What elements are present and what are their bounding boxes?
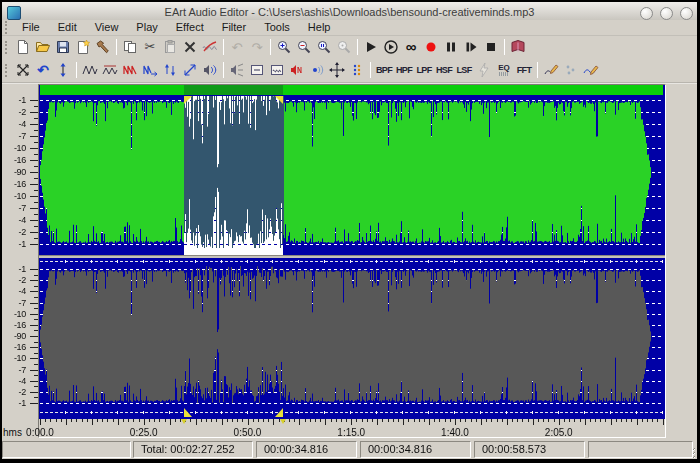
box-minus-button[interactable] — [247, 60, 267, 80]
help-book-button[interactable] — [508, 37, 528, 57]
tools-hammer-button[interactable] — [93, 37, 113, 57]
undo-button[interactable]: ↶ — [227, 37, 247, 57]
ruler-time-label: 0:00.0 — [16, 427, 64, 438]
save-file-button[interactable] — [53, 37, 73, 57]
play-pause-button[interactable] — [461, 37, 481, 57]
title-bar[interactable]: EArt Audio Editor - C:\Users\ashis\Downl… — [2, 2, 697, 20]
toolbar-separator — [537, 62, 538, 78]
undo-blue-button[interactable]: ↶ — [33, 60, 53, 80]
minimize-button[interactable] — [640, 7, 653, 20]
record-button[interactable] — [421, 37, 441, 57]
ruler-time-label: 0:50.0 — [224, 427, 272, 438]
move-arrows-button[interactable] — [13, 60, 33, 80]
bpf-filter-button[interactable]: BPF — [374, 60, 394, 80]
menu-edit[interactable]: Edit — [49, 20, 86, 35]
db-scale-label: -10 — [2, 143, 26, 153]
db-scale-label: -90 — [2, 167, 26, 177]
overview-bar[interactable] — [40, 85, 663, 95]
db-scale-label: -2 — [2, 227, 26, 237]
selection-marker-start-ruler[interactable] — [181, 419, 187, 424]
toolbar-separator — [223, 62, 224, 78]
db-scale-label: -1 — [2, 398, 26, 408]
speaker-chorus-button[interactable] — [200, 60, 220, 80]
toolbar-separator — [270, 39, 271, 55]
play-button[interactable] — [361, 37, 381, 57]
pause-button[interactable] — [441, 37, 461, 57]
maximize-button[interactable] — [660, 7, 673, 20]
selection-marker-end-ruler[interactable] — [280, 419, 286, 424]
stop-button[interactable] — [481, 37, 501, 57]
wave-arrow-button[interactable] — [140, 60, 160, 80]
lpf-filter-button[interactable]: LPF — [414, 60, 434, 80]
ruler-time-label: 0:25.0 — [120, 427, 168, 438]
wave-envelope-button[interactable] — [100, 60, 120, 80]
zoom-selection-button[interactable] — [314, 37, 334, 57]
menu-play[interactable]: Play — [127, 20, 166, 35]
toolbar-separator — [76, 62, 77, 78]
center-marker-button[interactable] — [53, 60, 73, 80]
menu-filter[interactable]: Filter — [213, 20, 255, 35]
menu-help[interactable]: Help — [299, 20, 340, 35]
waveform-right-channel[interactable] — [40, 265, 663, 407]
loop-infinite-button[interactable]: ∞ — [401, 37, 421, 57]
noise-reduction-button[interactable] — [287, 60, 307, 80]
channel-splitter[interactable] — [39, 255, 665, 258]
sound-effects-button[interactable] — [227, 60, 247, 80]
amplify-red-button[interactable] — [120, 60, 140, 80]
levels-button[interactable] — [347, 60, 367, 80]
toolbar-effects: ↶BPFHPFLPFHSFLSFEQFFT — [2, 58, 697, 82]
db-scale-label: -90 — [2, 331, 26, 341]
draw-wave-2-button[interactable] — [581, 60, 601, 80]
hpf-filter-button[interactable]: HPF — [394, 60, 414, 80]
close-button[interactable] — [680, 7, 693, 20]
menubar-drag-handle[interactable] — [5, 21, 7, 34]
file-properties-button[interactable] — [73, 37, 93, 57]
menu-view[interactable]: View — [86, 20, 128, 35]
wave-noise-button[interactable] — [80, 60, 100, 80]
toolbar-main: ✂↶↷∞ — [2, 36, 697, 58]
db-scale-label: -7 — [2, 203, 26, 213]
copy-button[interactable] — [120, 37, 140, 57]
db-scale-label: -1 — [2, 264, 26, 274]
echo-button[interactable] — [307, 60, 327, 80]
toolbar-effects-drag-handle[interactable] — [5, 64, 7, 77]
ruler-time-label: 1:40.0 — [431, 427, 479, 438]
equalizer-button[interactable]: EQ — [494, 60, 514, 80]
db-scale-label: -10 — [2, 353, 26, 363]
db-scale-label: -4 — [2, 215, 26, 225]
zoom-full-button[interactable] — [334, 37, 354, 57]
flash-button[interactable] — [474, 60, 494, 80]
left-channel-selection-strip — [184, 248, 283, 255]
zoom-in-button[interactable] — [274, 37, 294, 57]
toolbar-separator — [223, 39, 224, 55]
scatter-dots-button[interactable] — [561, 60, 581, 80]
resample-vertical-button[interactable] — [160, 60, 180, 80]
play-loop-button[interactable] — [381, 37, 401, 57]
right-channel-bottom-strip-ticks — [40, 411, 663, 414]
draw-wave-button[interactable] — [541, 60, 561, 80]
redo-button[interactable]: ↷ — [247, 37, 267, 57]
delete-button[interactable] — [180, 37, 200, 57]
new-file-button[interactable] — [13, 37, 33, 57]
trim-silence-button[interactable] — [200, 37, 220, 57]
resample-diagonal-button[interactable] — [180, 60, 200, 80]
toolbar-separator — [504, 39, 505, 55]
box-wave-button[interactable] — [267, 60, 287, 80]
hsf-filter-button[interactable]: HSF — [434, 60, 454, 80]
crosshair-button[interactable] — [327, 60, 347, 80]
status-time-field: 00:00:58.573 — [474, 441, 585, 458]
menu-tools[interactable]: Tools — [255, 20, 299, 35]
menu-file[interactable]: File — [13, 20, 49, 35]
zoom-out-button[interactable] — [294, 37, 314, 57]
paste-button[interactable] — [160, 37, 180, 57]
menu-effect[interactable]: Effect — [167, 20, 213, 35]
db-scale-label: -4 — [2, 286, 26, 296]
fft-filter-button[interactable]: FFT — [514, 60, 534, 80]
cut-button[interactable]: ✂ — [140, 37, 160, 57]
lsf-filter-button[interactable]: LSF — [454, 60, 474, 80]
toolbar-main-drag-handle[interactable] — [5, 41, 7, 54]
open-file-button[interactable] — [33, 37, 53, 57]
status-time-field: 00:00:34.816 — [256, 441, 357, 458]
waveform-left-channel[interactable] — [40, 96, 663, 248]
svg-text:EQ: EQ — [498, 63, 510, 72]
